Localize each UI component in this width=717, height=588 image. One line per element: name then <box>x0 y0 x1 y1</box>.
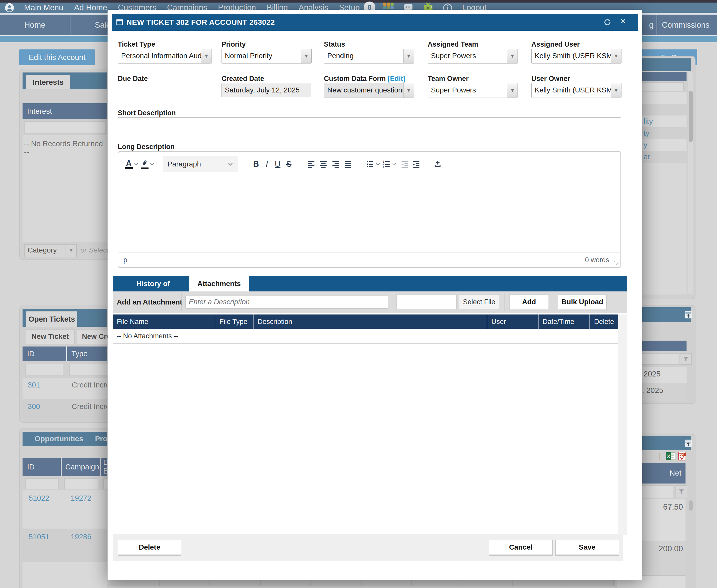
bulk-upload-button[interactable]: Bulk Upload <box>558 295 607 310</box>
field-label: Team Owner <box>428 75 469 83</box>
assigned-user-select[interactable]: Kelly Smith (USER KSM ▾ <box>531 49 621 64</box>
list-item-link[interactable]: y <box>644 141 647 149</box>
add-attachment-button[interactable]: Add <box>509 295 549 310</box>
status-select[interactable]: Pending ▾ <box>324 49 414 64</box>
save-button[interactable]: Save <box>555 540 619 556</box>
ticket-id-link[interactable]: 301 <box>28 381 40 389</box>
tab-interests[interactable]: Interests <box>26 75 70 89</box>
align-left-icon[interactable] <box>307 156 315 172</box>
col-user[interactable]: User <box>487 314 539 329</box>
insert-button[interactable] <box>433 156 442 172</box>
col-file-type[interactable]: File Type <box>215 314 254 329</box>
add-attachment-label: Add an Attachment <box>117 298 182 306</box>
attachment-description-input[interactable] <box>185 295 388 309</box>
edit-account-button[interactable]: Edit this Account <box>19 49 95 65</box>
short-description-input[interactable] <box>118 117 621 130</box>
interests-column-header[interactable]: Interest <box>23 103 107 119</box>
tab-commissions[interactable]: Commissions <box>654 15 717 35</box>
tickets-id-filter[interactable] <box>25 364 63 375</box>
refresh-icon[interactable] <box>603 18 611 27</box>
assigned-team-select[interactable]: Super Powers ▾ <box>428 49 518 64</box>
tickets-type-filter[interactable] <box>69 364 108 375</box>
col-file-name[interactable]: File Name <box>113 314 215 329</box>
export-icon[interactable] <box>684 439 693 449</box>
col-description[interactable]: Description <box>254 314 487 329</box>
new-ticket-button[interactable]: New Ticket <box>26 329 75 344</box>
nav-ad-home[interactable]: Ad Home <box>74 3 107 12</box>
resize-grip[interactable] <box>614 261 618 265</box>
user-avatar-icon[interactable] <box>5 3 14 13</box>
category-dropdown[interactable]: Category ▾ <box>24 244 77 257</box>
paragraph-style-select[interactable]: Paragraph <box>163 156 238 172</box>
tab-home[interactable]: Home <box>0 15 70 35</box>
filter-funnel-icon[interactable] <box>680 353 692 365</box>
close-icon[interactable]: × <box>620 16 626 27</box>
select-file-button[interactable]: Select File <box>459 295 499 309</box>
chevron-down-icon: ▾ <box>403 83 414 98</box>
list-item-link[interactable]: ty <box>644 129 649 138</box>
bold-button[interactable]: B <box>250 156 262 172</box>
italic-button[interactable]: I <box>262 156 272 172</box>
window-chrome-strip <box>0 0 717 3</box>
align-justify-icon[interactable] <box>344 156 352 172</box>
scrollbar-thumb[interactable] <box>689 91 693 142</box>
opportunity-row <box>23 562 107 588</box>
pdf-export-icon[interactable]: PDF <box>677 451 687 462</box>
align-right-icon[interactable] <box>331 156 340 172</box>
export-icon[interactable] <box>684 310 693 320</box>
priority-value: Normal Priority <box>222 49 301 63</box>
tab-opportunities[interactable]: Opportunities <box>35 432 83 446</box>
file-input[interactable] <box>396 295 457 309</box>
cancel-button[interactable]: Cancel <box>489 540 553 556</box>
text-color-button[interactable]: A <box>125 156 138 172</box>
col-date-time[interactable]: Date/Time <box>539 314 590 329</box>
edit-link[interactable]: [Edit] <box>388 75 405 82</box>
filter-funnel-icon[interactable] <box>676 485 687 498</box>
bullet-list-button[interactable] <box>366 156 380 172</box>
list-item-link[interactable]: lity <box>644 117 653 126</box>
align-center-icon[interactable] <box>319 156 328 172</box>
scrollbar-thumb[interactable] <box>689 500 693 511</box>
tickets-col-id[interactable]: ID <box>23 346 67 361</box>
opps-id-filter[interactable] <box>25 478 59 489</box>
due-date-input[interactable] <box>118 83 211 97</box>
opp-id-link[interactable]: 51022 <box>29 494 49 502</box>
interests-panel: Interests Interest -- No Records Returne… <box>19 69 110 260</box>
tickets-col-type[interactable]: Type <box>67 346 107 361</box>
highlight-color-button[interactable] <box>141 156 154 172</box>
excel-export-icon[interactable]: X <box>666 451 676 462</box>
chevron-down-icon: ▾ <box>301 49 311 63</box>
scrollbar-track[interactable] <box>688 72 693 295</box>
ticket-type-select[interactable]: Personal Information Aud ▾ <box>118 49 212 64</box>
strikethrough-button[interactable]: S <box>283 156 294 172</box>
word-count[interactable]: 0 words <box>585 256 609 264</box>
tab-open-tickets[interactable]: Open Tickets <box>26 311 77 327</box>
ticket-id-link[interactable]: 300 <box>28 402 40 411</box>
element-path: p <box>123 256 127 264</box>
opps-col-date-booked[interactable]: D B <box>101 458 107 476</box>
list-item-link[interactable]: ar <box>644 152 650 161</box>
opps-col-campaign[interactable]: Campaign <box>62 458 100 476</box>
nav-main-menu[interactable]: Main Menu <box>24 3 63 12</box>
underline-button[interactable]: U <box>272 156 283 172</box>
indent-icon[interactable] <box>412 156 420 172</box>
interests-filter-input[interactable] <box>24 121 106 134</box>
opps-campaign-filter[interactable] <box>64 478 98 489</box>
numbered-list-button[interactable]: 123 <box>382 156 396 172</box>
custom-data-form-select[interactable]: New customer questionn ▾ <box>324 83 414 98</box>
opp-campaign-link[interactable]: 19286 <box>71 533 91 541</box>
created-date-input[interactable] <box>222 83 311 97</box>
tab-attachments[interactable]: Attachments <box>189 276 249 291</box>
col-delete[interactable]: Delete <box>590 314 618 329</box>
opps-col-id[interactable]: ID <box>23 458 61 476</box>
opportunity-row: 51051 19286 7 <box>23 529 107 562</box>
user-owner-select[interactable]: Kelly Smith (USER KSM ▾ <box>531 83 621 98</box>
rich-text-editor: A Paragraph B I <box>118 151 621 268</box>
user-owner-value: Kelly Smith (USER KSM <box>532 83 611 98</box>
opp-id-link[interactable]: 51051 <box>29 533 49 541</box>
delete-button[interactable]: Delete <box>118 540 181 556</box>
opp-campaign-link[interactable]: 19272 <box>71 494 91 502</box>
editor-content-area[interactable] <box>118 177 620 252</box>
priority-select[interactable]: Normal Priority ▾ <box>222 49 312 64</box>
team-owner-select[interactable]: Super Powers ▾ <box>428 83 518 98</box>
